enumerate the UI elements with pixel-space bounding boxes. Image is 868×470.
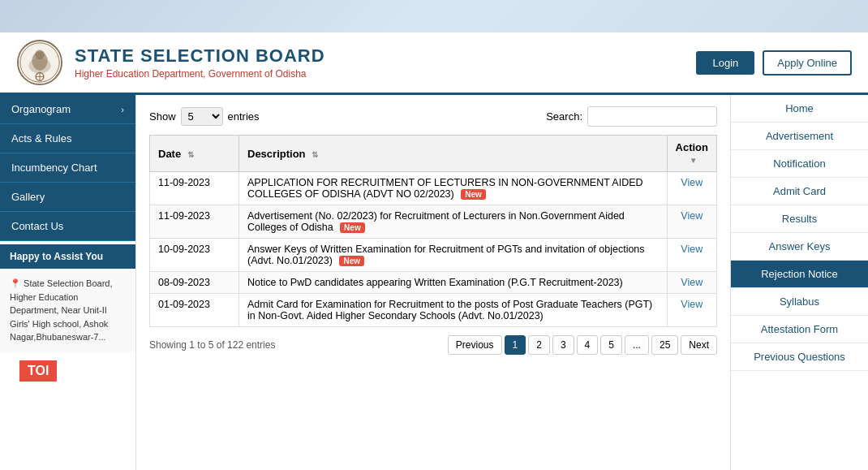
right-nav-attestation[interactable]: Attestation Form xyxy=(731,316,868,343)
show-entries: Show 5 10 25 50 100 entries xyxy=(149,107,260,126)
new-badge: New xyxy=(461,189,486,200)
pagination-buttons: Previous 1 2 3 4 5 ... 25 Next xyxy=(448,335,717,355)
cell-description: APPLICATION FOR RECRUITMENT OF LECTURERS… xyxy=(239,172,668,205)
page-button-2[interactable]: 2 xyxy=(528,335,550,355)
right-nav-answer-keys[interactable]: Answer Keys xyxy=(731,233,868,261)
location-icon: 📍 xyxy=(10,278,21,288)
sidebar-address: 📍 State Selection Board, Higher Educatio… xyxy=(0,269,135,352)
show-label: Show xyxy=(149,110,176,123)
cell-date: 08-09-2023 xyxy=(150,272,239,294)
assist-box-title: Happy to Assist You xyxy=(0,244,135,269)
right-nav-previous-questions[interactable]: Previous Questions xyxy=(731,343,868,371)
view-link[interactable]: View xyxy=(681,210,703,222)
table-row: 08-09-2023 Notice to PwD candidates appe… xyxy=(150,272,717,294)
header-title-block: STATE SELECTION BOARD Higher Education D… xyxy=(75,45,696,80)
sort-icon-action: ▼ xyxy=(690,156,698,165)
svg-point-4 xyxy=(35,50,45,60)
search-label: Search: xyxy=(546,110,582,123)
right-nav-advertisement[interactable]: Advertisement xyxy=(731,123,868,150)
chevron-right-icon: › xyxy=(121,105,124,114)
cell-description: Advertisement (No. 02/2023) for Recruitm… xyxy=(239,205,668,239)
new-badge: New xyxy=(339,256,364,266)
view-link[interactable]: View xyxy=(681,177,703,188)
page-button-last[interactable]: 25 xyxy=(651,335,678,355)
toi-badge: TOI xyxy=(19,360,57,382)
sidebar-item-label: Gallery xyxy=(11,191,45,203)
sidebar-item-label: Incumbency Chart xyxy=(11,162,97,174)
col-header-description[interactable]: Description ⇅ xyxy=(239,136,668,172)
site-title: STATE SELECTION BOARD xyxy=(75,45,696,67)
sidebar-item-contact[interactable]: Contact Us xyxy=(0,212,135,241)
search-box: Search: xyxy=(546,106,717,127)
sidebar-item-organogram[interactable]: Organogram › xyxy=(0,95,135,124)
entries-label: entries xyxy=(228,110,260,123)
table-row: 01-09-2023 Admit Card for Examination fo… xyxy=(150,294,717,327)
new-badge: New xyxy=(340,222,365,233)
cell-date: 11-09-2023 xyxy=(150,172,239,205)
page-button-1[interactable]: 1 xyxy=(505,335,526,355)
col-header-date[interactable]: Date ⇅ xyxy=(150,136,239,172)
cell-action: View xyxy=(667,239,716,272)
logo-icon xyxy=(16,39,63,86)
right-nav-rejection-notice[interactable]: Rejection Notice xyxy=(731,261,868,288)
cell-action: View xyxy=(667,294,716,327)
cell-date: 10-09-2023 xyxy=(150,239,239,272)
cell-date: 11-09-2023 xyxy=(150,205,239,239)
login-button[interactable]: Login xyxy=(696,51,754,75)
main-layout: Organogram › Acts & Rules Incumbency Cha… xyxy=(0,95,868,470)
right-nav-syllabus[interactable]: Syllabus xyxy=(731,288,868,316)
sidebar-item-gallery[interactable]: Gallery xyxy=(0,183,135,212)
page-button-3[interactable]: 3 xyxy=(552,335,574,355)
pagination-row: Showing 1 to 5 of 122 entries Previous 1… xyxy=(149,335,717,355)
cell-action: View xyxy=(667,272,716,294)
view-link[interactable]: View xyxy=(681,244,703,255)
page-ellipsis: ... xyxy=(625,335,649,355)
view-link[interactable]: View xyxy=(681,299,703,310)
right-sidebar: Home Advertisement Notification Admit Ca… xyxy=(730,95,868,470)
apply-online-button[interactable]: Apply Online xyxy=(763,50,852,75)
page-button-5[interactable]: 5 xyxy=(600,335,622,355)
view-link[interactable]: View xyxy=(681,277,703,288)
header: STATE SELECTION BOARD Higher Education D… xyxy=(0,32,868,95)
right-nav-admit-card[interactable]: Admit Card xyxy=(731,178,868,205)
sidebar-item-label: Organogram xyxy=(11,103,71,115)
next-button[interactable]: Next xyxy=(681,335,717,355)
pagination-info-text: Showing 1 to 5 of 122 entries xyxy=(149,339,275,351)
left-sidebar: Organogram › Acts & Rules Incumbency Cha… xyxy=(0,95,136,470)
sort-icon-desc: ⇅ xyxy=(312,150,318,159)
header-buttons: Login Apply Online xyxy=(696,50,852,75)
sidebar-item-incumbency[interactable]: Incumbency Chart xyxy=(0,153,135,183)
cell-action: View xyxy=(667,205,716,239)
content-area: Show 5 10 25 50 100 entries Search: xyxy=(136,95,730,470)
site-subtitle: Higher Education Department, Government … xyxy=(75,68,696,80)
table-header-row: Date ⇅ Description ⇅ Action ▼ xyxy=(150,136,717,172)
sidebar-item-label: Acts & Rules xyxy=(11,132,71,144)
sidebar-item-label: Contact Us xyxy=(11,220,63,232)
table-row: 11-09-2023 APPLICATION FOR RECRUITMENT O… xyxy=(150,172,717,205)
right-nav-home[interactable]: Home xyxy=(731,95,868,123)
cell-date: 01-09-2023 xyxy=(150,294,239,327)
search-input[interactable] xyxy=(587,106,717,127)
pagination-info: Showing 1 to 5 of 122 entries xyxy=(149,339,275,351)
address-text: State Selection Board, Higher Education … xyxy=(10,278,113,342)
cell-description: Answer Keys of Written Examination for R… xyxy=(239,239,668,272)
sort-icon-date: ⇅ xyxy=(187,150,194,159)
right-nav-results[interactable]: Results xyxy=(731,205,868,233)
cell-description: Admit Card for Examination for Recruitme… xyxy=(239,294,668,327)
table-row: 10-09-2023 Answer Keys of Written Examin… xyxy=(150,239,717,272)
table-row: 11-09-2023 Advertisement (No. 02/2023) f… xyxy=(150,205,717,239)
right-nav-notification[interactable]: Notification xyxy=(731,150,868,178)
cell-action: View xyxy=(667,172,716,205)
previous-button[interactable]: Previous xyxy=(448,335,502,355)
col-header-action[interactable]: Action ▼ xyxy=(667,136,716,172)
cell-description: Notice to PwD candidates appearing Writt… xyxy=(239,272,668,294)
sidebar-item-acts-rules[interactable]: Acts & Rules xyxy=(0,124,135,153)
data-table: Date ⇅ Description ⇅ Action ▼ 11-09-2023… xyxy=(149,135,717,327)
table-controls: Show 5 10 25 50 100 entries Search: xyxy=(149,106,717,127)
top-bar xyxy=(0,0,868,32)
page-button-4[interactable]: 4 xyxy=(577,335,599,355)
entries-select[interactable]: 5 10 25 50 100 xyxy=(181,107,223,126)
